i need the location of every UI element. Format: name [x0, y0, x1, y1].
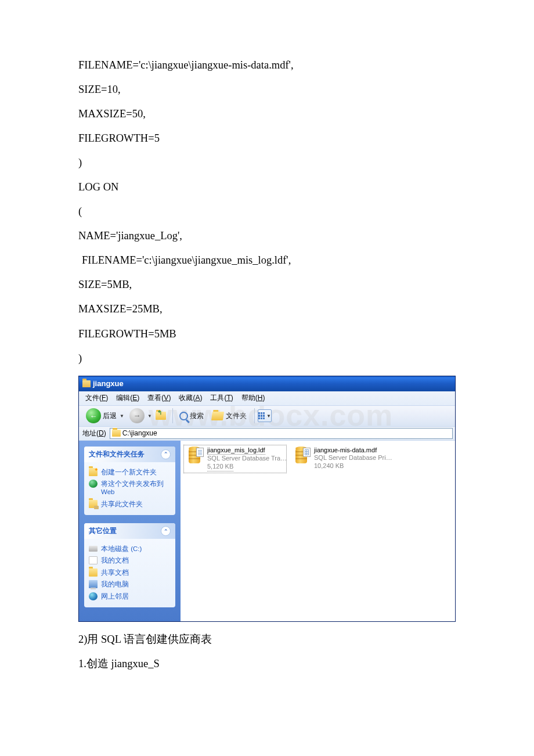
search-label: 搜索	[190, 411, 204, 421]
link-label: 我的文档	[101, 556, 129, 564]
left-panel: 文件和文件夹任务 ⌃ 创建一个新文件夹 将这个文件夹发布到 Web	[79, 441, 181, 621]
file-size: 10,240 KB	[314, 462, 395, 470]
shared-docs-icon	[89, 568, 98, 577]
toolbar: www.bdocx.com ← 后退 ▼ → ▼ ↰ 搜索 文件夹	[79, 405, 455, 426]
file-list[interactable]: jiangxue_mis_log.ldf SQL Server Database…	[181, 441, 455, 621]
file-type: SQL Server Database Transac...	[207, 455, 288, 463]
code-line: FILEGROWTH=5	[78, 131, 456, 145]
window-title: jiangxue	[93, 379, 124, 388]
documents-icon	[89, 556, 98, 564]
explorer-window: jiangxue 文件(F) 编辑(E) 查看(V) 收藏(A) 工具(T) 帮…	[78, 376, 456, 622]
chevron-down-icon: ▼	[147, 413, 152, 419]
separator	[172, 408, 173, 423]
address-bar: 地址(D) C:\jiangxue	[79, 426, 455, 440]
task-label: 将这个文件夹发布到 Web	[101, 480, 171, 496]
code-line: FILENAME='c:\jiangxue\jiangxue-mis-data.…	[78, 58, 456, 72]
up-folder-button[interactable]: ↰	[154, 409, 167, 422]
views-button[interactable]: ▼	[258, 409, 272, 422]
folders-button[interactable]: 文件夹	[207, 411, 251, 421]
task-publish-web[interactable]: 将这个文件夹发布到 Web	[89, 478, 171, 498]
code-line: MAXSIZE=50,	[78, 107, 456, 121]
file-item[interactable]: jiangxue_mis_log.ldf SQL Server Database…	[184, 445, 286, 473]
link-label: 我的电脑	[101, 580, 129, 588]
folder-icon	[82, 380, 91, 387]
database-data-icon	[292, 447, 311, 465]
back-label: 后退	[103, 411, 117, 421]
address-label: 地址(D)	[82, 429, 106, 438]
link-label: 共享文档	[101, 568, 129, 577]
menu-help[interactable]: 帮助(H)	[237, 393, 269, 403]
address-path: C:\jiangxue	[122, 429, 157, 437]
menu-edit[interactable]: 编辑(E)	[112, 393, 143, 403]
task-new-folder[interactable]: 创建一个新文件夹	[89, 466, 171, 478]
code-line: SIZE=10,	[78, 82, 456, 96]
other-places-panel: 其它位置 ⌃ 本地磁盘 (C:) 我的文档	[84, 523, 175, 607]
tasks-header[interactable]: 文件和文件夹任务 ⌃	[84, 447, 175, 462]
menu-file[interactable]: 文件(F)	[81, 393, 112, 403]
menu-view[interactable]: 查看(V)	[143, 393, 175, 403]
folders-label: 文件夹	[226, 411, 247, 421]
disk-icon	[89, 546, 98, 552]
code-line: FILENAME='c:\jiangxue\jiangxue_mis_log.l…	[78, 253, 456, 267]
code-line: )	[78, 351, 456, 365]
menu-bar: 文件(F) 编辑(E) 查看(V) 收藏(A) 工具(T) 帮助(H)	[79, 391, 455, 405]
computer-icon	[89, 580, 98, 588]
search-button[interactable]: 搜索	[176, 411, 207, 421]
web-icon	[89, 480, 98, 488]
link-shared-documents[interactable]: 共享文档	[89, 567, 171, 578]
link-network-places[interactable]: 网上邻居	[89, 591, 171, 602]
code-line: NAME='jiangxue_Log',	[78, 229, 456, 243]
forward-button[interactable]: →	[129, 408, 145, 423]
link-my-computer[interactable]: 我的电脑	[89, 578, 171, 590]
code-line: SIZE=5MB,	[78, 278, 456, 291]
code-line: FILEGROWTH=5MB	[78, 327, 456, 341]
link-label: 网上邻居	[101, 592, 129, 600]
task-label: 共享此文件夹	[101, 500, 143, 508]
back-button[interactable]: ← 后退 ▼	[82, 408, 128, 423]
tasks-title: 文件和文件夹任务	[89, 449, 145, 459]
code-line: LOG ON	[78, 180, 456, 194]
file-item[interactable]: jiangxue-mis-data.mdf SQL Server Databas…	[291, 445, 393, 471]
link-label: 本地磁盘 (C:)	[101, 545, 142, 553]
menu-favorites[interactable]: 收藏(A)	[175, 393, 206, 403]
collapse-icon: ⌃	[161, 526, 171, 536]
file-size: 5,120 KB	[207, 463, 233, 471]
network-icon	[89, 592, 98, 600]
search-icon	[179, 412, 188, 420]
file-type: SQL Server Database Primary ...	[314, 454, 395, 462]
explorer-body: 文件和文件夹任务 ⌃ 创建一个新文件夹 将这个文件夹发布到 Web	[79, 440, 455, 621]
link-my-documents[interactable]: 我的文档	[89, 555, 171, 566]
address-input[interactable]: C:\jiangxue	[110, 428, 453, 439]
separator	[254, 408, 255, 423]
file-name: jiangxue-mis-data.mdf	[314, 447, 395, 455]
code-line: )	[78, 156, 456, 170]
link-local-disk[interactable]: 本地磁盘 (C:)	[89, 543, 171, 555]
collapse-icon: ⌃	[161, 449, 171, 459]
chevron-down-icon: ▼	[120, 413, 124, 419]
file-name: jiangxue_mis_log.ldf	[207, 447, 265, 455]
window-titlebar[interactable]: jiangxue	[79, 376, 455, 391]
folder-icon	[112, 430, 121, 437]
views-icon	[258, 412, 265, 419]
chevron-down-icon: ▼	[266, 413, 271, 419]
code-line: MAXSIZE=25MB,	[78, 302, 456, 316]
code-line: (	[78, 204, 456, 218]
other-title: 其它位置	[89, 526, 117, 536]
body-text: 2)用 SQL 语言创建供应商表	[78, 632, 456, 647]
tasks-panel: 文件和文件夹任务 ⌃ 创建一个新文件夹 将这个文件夹发布到 Web	[84, 447, 175, 516]
task-label: 创建一个新文件夹	[101, 468, 157, 476]
database-log-icon	[185, 447, 204, 465]
task-share-folder[interactable]: 共享此文件夹	[89, 498, 171, 510]
folder-open-icon	[211, 412, 224, 420]
menu-tools[interactable]: 工具(T)	[206, 393, 237, 403]
back-icon: ←	[86, 408, 101, 423]
new-folder-icon	[89, 468, 98, 476]
body-text: 1.创造 jiangxue_S	[78, 657, 456, 672]
share-folder-icon	[89, 500, 98, 508]
other-places-header[interactable]: 其它位置 ⌃	[84, 523, 175, 539]
